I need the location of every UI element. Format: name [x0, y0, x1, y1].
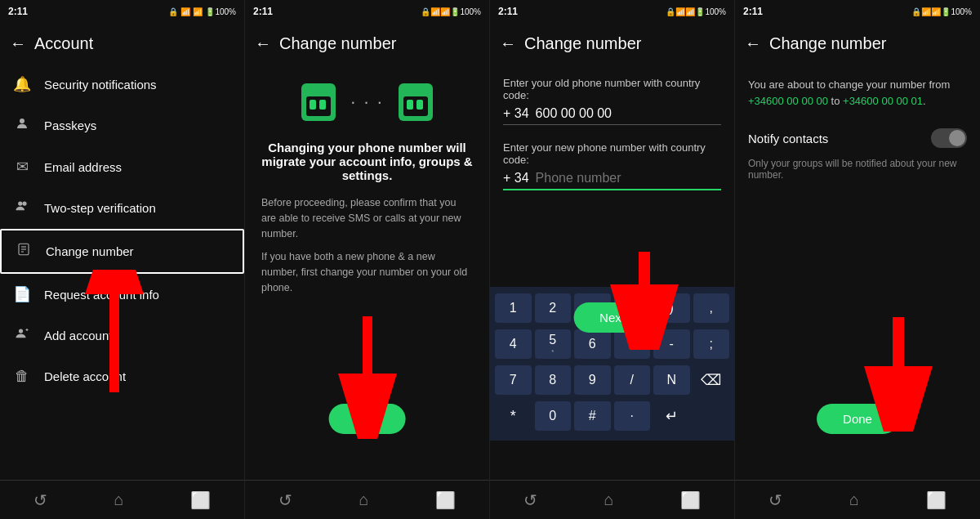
old-phone-number[interactable]: 600 00 00 00 — [536, 106, 721, 121]
panel-change-number-intro: 2:11 🔒📶📶🔋100% ← Change number · · · — [245, 0, 490, 519]
kb-0[interactable]: 0 — [535, 401, 572, 431]
nav-icon-2a: ↺ — [278, 490, 292, 510]
email-label: Email address — [44, 160, 122, 174]
menu-item-email[interactable]: ✉ Email address — [0, 146, 244, 187]
kb-dash[interactable]: - — [653, 329, 690, 359]
kb-close-paren[interactable]: ) — [653, 293, 690, 323]
change-info-body: Before proceeding, please confirm that y… — [261, 195, 473, 304]
kb-5[interactable]: 5* — [535, 329, 572, 359]
kb-star[interactable]: * — [495, 401, 532, 431]
panel3-main: Enter your old phone number with country… — [490, 64, 734, 480]
status-icons-3: 🔒📶📶🔋100% — [666, 7, 726, 16]
nav-icon-3c: ⬜ — [680, 490, 701, 510]
status-bar-3: 2:11 🔒📶📶🔋100% — [490, 0, 734, 23]
panel-confirm: 2:11 🔒📶📶🔋100% ← Change number You are ab… — [735, 0, 980, 519]
kb-dot[interactable]: · — [614, 401, 651, 431]
notify-label: Notify contacts — [748, 132, 828, 145]
kb-4[interactable]: 4 — [495, 329, 532, 359]
menu-item-passkeys[interactable]: Passkeys — [0, 105, 244, 146]
confirm-text-2: to — [828, 95, 843, 107]
kb-6[interactable]: 6 — [574, 329, 611, 359]
kb-n[interactable]: N — [653, 365, 690, 395]
status-bar-1: 2:11 🔒 📶 📶 🔋100% — [0, 0, 244, 23]
nav-icon-1c: ⬜ — [190, 490, 211, 510]
add-account-icon — [13, 326, 31, 345]
old-number-highlight: +34600 00 00 00 — [748, 95, 828, 107]
kb-1[interactable]: 1 — [495, 293, 532, 323]
menu-item-twostep[interactable]: Two-step verification — [0, 187, 244, 229]
next-button-2[interactable]: Next — [328, 404, 406, 434]
new-number-highlight: +34600 00 00 01 — [843, 95, 923, 107]
nav-icon-4a: ↺ — [768, 490, 782, 510]
panel2-main: · · · Changing your phone number will mi… — [245, 64, 489, 480]
new-phone-row: + 34 — [503, 171, 721, 190]
menu-item-security[interactable]: 🔔 Security notifications — [0, 64, 244, 105]
kb-slash[interactable]: / — [614, 365, 651, 395]
request-info-icon: 📄 — [13, 285, 31, 303]
sim-icons: · · · — [296, 80, 438, 124]
change-number-label: Change number — [46, 244, 134, 258]
new-number-label: Enter your new phone number with country… — [503, 141, 721, 166]
bottom-nav-4: ↺ ⌂ ⬜ — [735, 480, 980, 519]
svg-point-0 — [20, 119, 24, 123]
kb-plus[interactable]: + — [614, 329, 651, 359]
old-number-label: Enter your old phone number with country… — [503, 77, 721, 101]
page-title-4: Change number — [769, 34, 886, 53]
kb-semicolon[interactable]: ; — [693, 329, 730, 359]
kb-hash[interactable]: # — [574, 401, 611, 431]
bottom-nav-1: ↺ ⌂ ⬜ — [0, 480, 244, 519]
notify-sub: Only your groups will be notified about … — [748, 158, 967, 181]
top-bar-4: ← Change number — [735, 23, 980, 64]
time-3: 2:11 — [498, 6, 518, 17]
nav-icon-3a: ↺ — [523, 490, 537, 510]
sim-icon-left — [296, 80, 341, 124]
nav-icon-1b: ⌂ — [114, 490, 123, 509]
kb-8[interactable]: 8 — [535, 365, 572, 395]
menu-item-request-info[interactable]: 📄 Request account info — [0, 274, 244, 315]
notify-toggle[interactable] — [931, 128, 967, 148]
svg-rect-17 — [407, 100, 413, 110]
bottom-nav-2: ↺ ⌂ ⬜ — [245, 480, 489, 519]
back-icon-3[interactable]: ← — [500, 34, 516, 53]
svg-rect-14 — [319, 100, 326, 110]
delete-label: Delete account — [44, 369, 126, 383]
menu-list: 🔔 Security notifications Passkeys ✉ Emai… — [0, 64, 244, 480]
time-2: 2:11 — [253, 6, 273, 17]
menu-item-add-account[interactable]: Add account — [0, 315, 244, 356]
confirm-text: You are about to change your number from… — [748, 77, 967, 109]
kb-2[interactable]: 2 — [535, 293, 572, 323]
passkeys-label: Passkeys — [44, 119, 96, 132]
back-icon-2[interactable]: ← — [255, 34, 271, 53]
security-label: Security notifications — [44, 78, 157, 92]
toggle-circle — [949, 130, 965, 146]
request-info-label: Request account info — [44, 288, 159, 302]
notify-row: Notify contacts — [748, 128, 967, 148]
kb-9[interactable]: 9 — [574, 365, 611, 395]
kb-backspace[interactable]: ⌫ — [693, 365, 730, 395]
menu-item-delete-account[interactable]: 🗑 Delete account — [0, 356, 244, 396]
twostep-icon — [13, 199, 31, 217]
svg-point-1 — [18, 201, 22, 205]
next-button-3[interactable]: Next — [573, 302, 651, 333]
info-body-2: If you have both a new phone & a new num… — [261, 249, 473, 295]
done-button[interactable]: Done — [817, 404, 898, 434]
delete-icon: 🗑 — [13, 368, 31, 385]
status-icons-2: 🔒📶📶🔋100% — [421, 7, 481, 16]
kb-row-4: * 0 # · ↵ — [493, 400, 731, 432]
confirm-text-1: You are about to change your number from — [748, 78, 950, 91]
svg-point-7 — [19, 329, 23, 333]
change-info-title: Changing your phone number will migrate … — [261, 141, 473, 182]
kb-enter[interactable]: ↵ — [653, 401, 690, 431]
kb-comma[interactable]: , — [693, 293, 730, 323]
kb-7[interactable]: 7 — [495, 365, 532, 395]
back-icon-4[interactable]: ← — [745, 34, 761, 53]
status-bar-4: 2:11 🔒📶📶🔋100% — [735, 0, 980, 23]
menu-item-change-number[interactable]: Change number — [0, 229, 244, 274]
nav-icon-4c: ⬜ — [926, 490, 947, 510]
panel4-main: You are about to change your number from… — [735, 64, 980, 480]
top-bar-2: ← Change number — [245, 23, 489, 64]
new-country-code: + 34 — [503, 171, 529, 186]
nav-icon-2b: ⌂ — [359, 490, 368, 509]
back-icon-1[interactable]: ← — [10, 34, 26, 53]
new-phone-input[interactable] — [536, 171, 721, 186]
